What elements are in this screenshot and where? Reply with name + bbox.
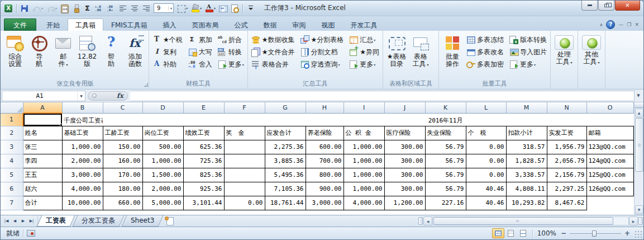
column-header-G[interactable]: G: [265, 102, 306, 113]
dialog-launcher-icon[interactable]: [144, 83, 148, 87]
cell-B1[interactable]: 千度公司工资表: [62, 113, 103, 126]
cell-L6[interactable]: 40.46: [466, 182, 506, 196]
cell-M2[interactable]: 扣款小计: [506, 126, 547, 140]
more-fiscal-button[interactable]: 更多▾: [216, 58, 246, 70]
column-header-I[interactable]: I: [344, 102, 384, 113]
cell-J5[interactable]: 300.00: [384, 168, 425, 182]
save-button[interactable]: [19, 3, 30, 14]
tab-file[interactable]: 文件: [4, 18, 36, 31]
version-12-82-button[interactable]: 12.82版: [75, 32, 99, 80]
cell-K7[interactable]: 227.16: [425, 196, 466, 210]
cell-G5[interactable]: 5,495.36: [265, 168, 306, 182]
print-preview-button[interactable]: [229, 3, 240, 14]
tab-insert[interactable]: 插入: [155, 18, 184, 31]
name-box[interactable]: A1 ▼: [2, 91, 85, 101]
cell-F2[interactable]: 奖 金: [224, 126, 265, 140]
help-icon[interactable]: ?: [606, 20, 615, 29]
scroll-right-icon[interactable]: ▶: [629, 217, 638, 225]
paste-number-button[interactable]: [59, 3, 70, 14]
workbook-minimize-button[interactable]: —: [618, 21, 623, 28]
zoom-slider-thumb[interactable]: [592, 230, 597, 237]
autosum-button[interactable]: [82, 3, 93, 14]
drill-query-button[interactable]: 穿透查询▾: [299, 58, 346, 70]
close-button[interactable]: ✕: [615, 1, 640, 11]
column-header-A[interactable]: A: [23, 102, 62, 113]
cell-A1[interactable]: [23, 113, 62, 126]
format-painter-button[interactable]: [70, 3, 82, 14]
row-header-7[interactable]: 7: [1, 196, 23, 210]
sheet-tab-分发工资条[interactable]: 分发工资条: [74, 215, 123, 227]
tab-fmis-toolbox[interactable]: FMIS工具箱: [103, 18, 155, 31]
cell-A5[interactable]: 王五: [23, 168, 62, 182]
accumulate-button[interactable]: 累加: [187, 34, 214, 46]
font-size-combo[interactable]: 9▾: [154, 3, 174, 13]
cell-I4[interactable]: 1,000.00: [344, 154, 384, 168]
cell-D7[interactable]: 5,000.00: [142, 196, 183, 210]
cell-J7[interactable]: 1,200.00: [384, 196, 425, 210]
row-header-5[interactable]: 5: [1, 168, 23, 182]
cell-J4[interactable]: 300.00: [384, 154, 425, 168]
cell-J2[interactable]: 医疗保险: [384, 126, 425, 140]
cell-B2[interactable]: 基础工资: [62, 126, 103, 140]
cell-N6[interactable]: 2,297.25: [547, 182, 586, 196]
cell-D6[interactable]: 2,000.00: [142, 182, 183, 196]
last-sheet-icon[interactable]: ▶|: [27, 219, 36, 223]
cell-I2[interactable]: 公 积 金: [344, 126, 384, 140]
cell-M7[interactable]: 10,293.82: [506, 196, 547, 210]
cell-N2[interactable]: 实发工资: [547, 126, 586, 140]
cell-C1[interactable]: [103, 113, 142, 126]
cell-G3[interactable]: 2,275.36: [265, 140, 306, 154]
cell-M4[interactable]: 1,828.57: [506, 154, 547, 168]
cell-G1[interactable]: [265, 113, 306, 126]
cell-I7[interactable]: 4,000.00: [344, 196, 384, 210]
cell-G4[interactable]: 3,885.36: [265, 154, 306, 168]
cell-D2[interactable]: 岗位工资: [142, 126, 183, 140]
cell-L5[interactable]: 0.00: [466, 168, 506, 182]
cell-A4[interactable]: 李四: [23, 154, 62, 168]
convert-button[interactable]: 转换: [216, 46, 246, 58]
tab-review[interactable]: 审阅: [284, 18, 313, 31]
data-collect-button[interactable]: ★数据收集: [250, 34, 297, 46]
tab-view[interactable]: 视图: [313, 18, 342, 31]
cell-E6[interactable]: 925.36: [183, 182, 224, 196]
cell-O1[interactable]: [586, 113, 633, 126]
table-merge-button[interactable]: 表格合并: [250, 58, 297, 70]
cell-L1[interactable]: [466, 113, 506, 126]
row-header-4[interactable]: 4: [1, 154, 23, 168]
cell-J3[interactable]: 300.00: [384, 140, 425, 154]
redo-button[interactable]: ▾: [45, 3, 58, 14]
scroll-up-icon[interactable]: ▲: [635, 109, 643, 117]
column-header-M[interactable]: M: [506, 102, 547, 113]
column-header-H[interactable]: H: [306, 102, 344, 113]
cell-B4[interactable]: 2,000.00: [62, 154, 103, 168]
multi-freeze-button[interactable]: 多表冻结: [465, 34, 505, 46]
select-all-corner[interactable]: [1, 102, 23, 113]
first-sheet-icon[interactable]: |◀: [2, 219, 11, 223]
sheet-tab-工资表[interactable]: 工资表: [38, 215, 74, 227]
batch-operation-button[interactable]: 批量操作: [441, 32, 464, 80]
row-header-6[interactable]: 6: [1, 182, 23, 196]
row-header-3[interactable]: 3: [1, 140, 23, 154]
resize-grip[interactable]: [635, 230, 642, 238]
workbook-close-button[interactable]: ✕: [635, 21, 639, 28]
cell-B5[interactable]: 3,000.00: [62, 168, 103, 182]
column-header-K[interactable]: K: [425, 102, 466, 113]
cell-F1[interactable]: [224, 113, 265, 126]
more-summary-button[interactable]: 更多▾: [347, 58, 381, 70]
compound-interest-button[interactable]: 复利: [151, 46, 184, 58]
scroll-down-icon[interactable]: ▼: [635, 205, 643, 214]
next-sheet-icon[interactable]: ▶: [19, 219, 27, 223]
column-header-F[interactable]: F: [224, 102, 265, 113]
cell-F3[interactable]: [224, 140, 265, 154]
cell-O4[interactable]: 124@QQ.com: [586, 154, 633, 168]
align-left-button[interactable]: [117, 3, 128, 14]
cell-J1[interactable]: [384, 113, 425, 126]
workbook-restore-button[interactable]: ❐: [627, 21, 631, 28]
prev-sheet-icon[interactable]: ◀: [11, 219, 19, 223]
diff-button[interactable]: ★异同: [347, 46, 381, 58]
tab-page-layout[interactable]: 页面布局: [184, 18, 226, 31]
add-function-button[interactable]: 添加函数: [123, 32, 147, 80]
multi-encrypt-button[interactable]: 多表加密: [465, 58, 505, 70]
zoom-slider[interactable]: [570, 233, 621, 234]
cell-N5[interactable]: 2,156.79: [547, 168, 586, 182]
